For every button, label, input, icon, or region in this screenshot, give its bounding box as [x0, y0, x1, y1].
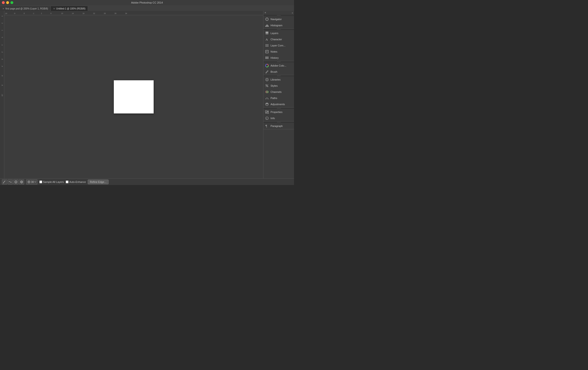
panel-item-channels[interactable]: Channels — [263, 89, 294, 95]
paths-label: Paths — [271, 97, 293, 100]
brush-size-value: 30 — [31, 180, 34, 183]
svg-text:30: 30 — [115, 12, 116, 14]
svg-text:-1: -1 — [1, 44, 3, 45]
svg-text:i: i — [266, 117, 267, 120]
brush-icon — [265, 70, 269, 74]
ruler-left: 3 2 1 0 -1 -2 -3 -4 -6 -8 -10 — [0, 11, 4, 178]
styles-icon — [265, 84, 269, 88]
refine-edge-button[interactable]: Refine Edge... — [88, 180, 109, 184]
minimize-button[interactable] — [6, 1, 9, 4]
svg-rect-33 — [265, 33, 268, 33]
adobe-color-icon — [265, 63, 269, 68]
panel-close-button[interactable]: ✕ — [264, 12, 266, 14]
svg-point-51 — [266, 79, 267, 80]
svg-rect-31 — [268, 26, 269, 27]
svg-text:22: 22 — [93, 12, 95, 14]
tab-close-icon2[interactable]: ✕ — [53, 7, 55, 10]
channels-icon — [265, 90, 269, 94]
svg-rect-37 — [265, 45, 269, 46]
brush-size-control[interactable]: 30 — [26, 179, 37, 185]
panel-item-adjustments[interactable]: Adjustments — [263, 101, 294, 107]
svg-rect-36 — [265, 44, 269, 45]
panel-item-notes[interactable]: Notes — [263, 49, 294, 55]
paragraph-label: Paragraph — [271, 125, 293, 128]
tab-untitled[interactable]: ✕ Untitled-1 @ 100% (RGB/8) — [51, 6, 88, 11]
svg-text:-5: -5 — [23, 12, 25, 14]
maximize-button[interactable] — [10, 1, 13, 4]
svg-text:2: 2 — [41, 12, 42, 14]
libraries-icon — [265, 78, 269, 82]
app-title: Adobe Photoshop CC 2014 — [131, 1, 163, 4]
panel-item-histogram[interactable]: Histogram — [263, 22, 294, 29]
svg-rect-38 — [265, 46, 269, 47]
document-canvas — [114, 80, 154, 113]
character-icon: A — [265, 37, 269, 41]
layers-icon — [265, 31, 269, 35]
notes-label: Notes — [271, 50, 293, 53]
svg-marker-26 — [266, 20, 267, 20]
panel-item-layer-comp[interactable]: Layer Com... — [263, 42, 294, 49]
svg-point-47 — [265, 58, 266, 59]
navigator-label: Navigator — [271, 18, 293, 20]
panel-expand-button[interactable]: » — [292, 12, 293, 14]
styles-label: Styles — [271, 84, 293, 87]
navigator-icon — [265, 17, 269, 21]
tool-group-brush — [2, 179, 24, 185]
svg-rect-27 — [265, 26, 266, 27]
sample-all-layers-control[interactable]: Sample All Layers — [39, 180, 64, 183]
svg-text:34: 34 — [125, 12, 127, 14]
sample-all-layers-checkbox[interactable] — [39, 180, 42, 183]
svg-point-75 — [29, 181, 29, 182]
svg-rect-63 — [265, 112, 267, 113]
panel-item-paths[interactable]: Paths — [263, 95, 294, 101]
svg-text:-3: -3 — [1, 58, 3, 60]
brush-tool-button[interactable] — [2, 179, 7, 185]
panel-item-libraries[interactable]: Libraries — [263, 77, 294, 83]
traffic-lights — [2, 1, 13, 4]
panel-item-brush[interactable]: Brush — [263, 69, 294, 75]
panel-item-character[interactable]: A Character — [263, 36, 294, 42]
panel-item-paragraph[interactable]: ¶ Paragraph — [263, 123, 294, 129]
panel-item-styles[interactable]: Styles — [263, 83, 294, 89]
svg-rect-39 — [265, 50, 268, 53]
svg-point-54 — [266, 85, 267, 86]
svg-rect-58 — [265, 99, 266, 99]
libraries-label: Libraries — [271, 78, 293, 81]
tool-option-button-1[interactable] — [8, 179, 13, 185]
adobe-color-label: Adobe Colo... — [271, 64, 293, 67]
svg-rect-59 — [268, 99, 268, 99]
notes-icon — [265, 50, 269, 54]
svg-text:-4: -4 — [1, 65, 3, 67]
auto-enhance-control[interactable]: Auto-Enhance — [66, 180, 86, 183]
svg-point-49 — [265, 72, 266, 73]
tab-first-page[interactable]: ✕ first page.psd @ 200% (Layer 1, RGB/8) — [0, 6, 51, 11]
panel-item-history[interactable]: History — [263, 55, 294, 61]
svg-text:-6: -6 — [1, 75, 3, 76]
tab-close-icon[interactable]: ✕ — [2, 7, 4, 10]
properties-label: Properties — [271, 111, 293, 113]
close-button[interactable] — [2, 1, 5, 4]
svg-rect-28 — [266, 25, 266, 27]
panel-group-5: Properties i Info — [263, 108, 294, 121]
svg-point-46 — [265, 58, 266, 58]
panel-item-properties[interactable]: Properties — [263, 109, 294, 115]
panel-item-layers[interactable]: Layers — [263, 30, 294, 36]
paragraph-icon: ¶ — [265, 124, 269, 128]
character-label: Character — [271, 38, 293, 41]
svg-text:0: 0 — [1, 37, 3, 38]
status-bar: 30 Sample All Layers Auto-Enhance Refine… — [0, 178, 294, 185]
tool-option-button-3[interactable] — [19, 179, 24, 185]
panel-item-adobe-color[interactable]: Adobe Colo... — [263, 62, 294, 69]
svg-rect-29 — [267, 24, 267, 27]
auto-enhance-checkbox[interactable] — [66, 180, 69, 183]
panel-item-info[interactable]: i Info — [263, 115, 294, 121]
auto-enhance-label: Auto-Enhance — [69, 180, 86, 183]
tab-label: first page.psd @ 200% (Layer 1, RGB/8) — [5, 7, 48, 10]
sample-all-layers-label: Sample All Layers — [43, 180, 64, 183]
panel-item-navigator[interactable]: Navigator — [263, 16, 294, 22]
properties-icon — [265, 110, 269, 114]
tool-option-button-2[interactable] — [13, 179, 19, 185]
svg-text:2: 2 — [1, 23, 3, 24]
svg-text:18: 18 — [83, 12, 84, 14]
svg-marker-25 — [266, 18, 267, 19]
